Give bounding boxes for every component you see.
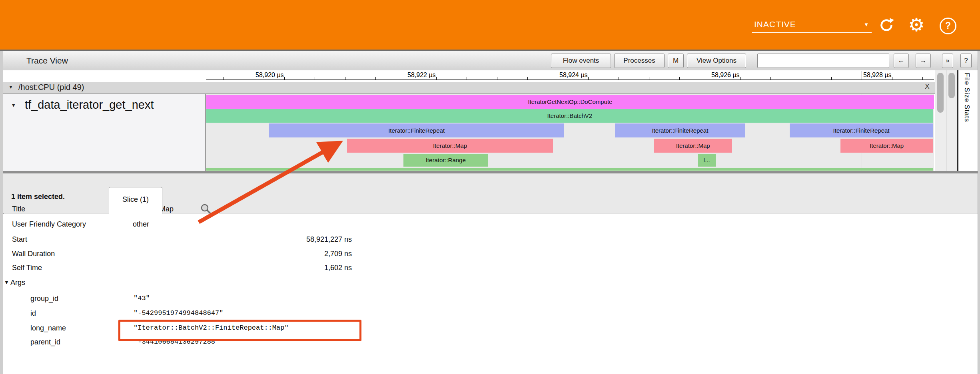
detail-label-self-time: Self Time [12, 264, 42, 272]
ruler-tick-label: 58,920 μs [255, 72, 284, 79]
help-icon[interactable]: ? [940, 18, 956, 34]
top-header-bar: INACTIVE ▼ ⚙ ? [0, 0, 980, 50]
trace-slice-iterator-map[interactable]: Iterator::Map [654, 139, 732, 153]
trace-slice-iterator-map[interactable]: Iterator::Map [840, 139, 933, 153]
chevron-down-icon: ▼ [864, 22, 869, 28]
status-dropdown[interactable]: INACTIVE ▼ [752, 17, 872, 33]
ruler-major-tick [254, 71, 254, 80]
refresh-icon[interactable] [878, 17, 895, 34]
trace-viewer-window: { "header": { "bg": "#f57c00", "status_v… [0, 0, 980, 374]
ruler-major-tick [406, 71, 406, 80]
ruler-tick-label: 58,926 μs [711, 72, 740, 79]
detail-label-title: Title [12, 205, 25, 213]
detail-value-user-friendly-category: other [133, 220, 149, 229]
pan-left-button[interactable]: ← [894, 54, 909, 68]
ruler-major-tick [558, 71, 558, 80]
arg-name-parent-id: parent_id [30, 338, 60, 346]
trace-slice-strip[interactable] [206, 168, 933, 171]
panel-title: Trace View [26, 56, 68, 66]
trace-slice-iterator-range[interactable]: Iterator::Range [403, 154, 488, 167]
ruler-baseline [206, 80, 934, 80]
gear-icon[interactable]: ⚙ [906, 14, 927, 35]
magnifier-icon[interactable] [200, 203, 212, 215]
trace-slice-iterator-finiterepeat[interactable]: Iterator::FiniteRepeat [269, 123, 564, 137]
process-label: /host:CPU (pid 49) [18, 83, 84, 92]
detail-value-self-time: 1,602 ns [324, 264, 352, 272]
ruler-major-tick [862, 71, 862, 80]
detail-value-wall-duration: 2,709 ns [324, 250, 352, 258]
scrollbar-thumb[interactable] [937, 73, 944, 113]
trace-slice-iterator-finiterepeat[interactable]: Iterator::FiniteRepeat [790, 123, 933, 137]
ruler-major-tick [710, 71, 710, 80]
detail-value-start: 58,921,227 ns [306, 235, 352, 244]
trace-slice-iteratorgetnextop-docompute[interactable]: IteratorGetNextOp::DoCompute [206, 95, 934, 109]
arg-value-group-id: "43" [134, 294, 150, 302]
trace-slice-i[interactable]: I... [698, 154, 716, 167]
collapse-triangle-icon[interactable]: ▾ [12, 101, 15, 109]
arg-name-long-name: long_name [30, 324, 66, 332]
toolbar-help-button[interactable]: ? [960, 54, 972, 68]
trace-slice-iterator-finiterepeat[interactable]: Iterator::FiniteRepeat [615, 123, 746, 137]
ruler-tick-label: 58,928 μs [863, 72, 892, 79]
side-panel-label: File Size Stats [963, 73, 971, 122]
close-icon[interactable]: X [923, 82, 932, 92]
arg-name-group-id: group_id [30, 294, 58, 303]
details-body [3, 214, 978, 374]
pan-right-button[interactable]: → [916, 54, 931, 68]
toolbar-button-flow-events[interactable]: Flow events [551, 54, 611, 68]
highlight-box-annotation [118, 320, 361, 341]
detail-label-user-friendly-category: User Friendly Category [12, 220, 86, 229]
more-tools-button[interactable]: » [942, 54, 953, 68]
detail-label-start: Start [12, 235, 27, 244]
status-dropdown-value: INACTIVE [754, 20, 796, 29]
scrollbar-thumb[interactable] [948, 73, 955, 98]
arg-value-id: "-5429951974994848647" [134, 309, 223, 317]
track-label: tf_data_iterator_get_next [25, 98, 154, 111]
detail-label-wall-duration: Wall Duration [12, 250, 55, 258]
args-collapse-triangle-icon[interactable]: ▼ [4, 279, 9, 285]
toolbar-button-processes[interactable]: Processes [614, 54, 665, 68]
args-section-label: Args [10, 279, 25, 287]
collapse-triangle-icon[interactable]: ▾ [10, 84, 12, 90]
tab-slice[interactable]: Slice (1) [109, 187, 162, 214]
selection-summary: 1 item selected. [11, 193, 65, 201]
arg-name-id: id [30, 309, 36, 318]
search-input[interactable] [757, 54, 889, 68]
process-row-host-cpu[interactable] [3, 82, 935, 94]
toolbar-button-view-options[interactable]: View Options [687, 54, 746, 68]
trace-canvas[interactable]: IteratorGetNextOp::DoComputeIterator::Ba… [206, 94, 934, 171]
time-ruler [3, 70, 935, 82]
ruler-tick-label: 58,922 μs [407, 72, 436, 79]
ruler-tick-label: 58,924 μs [559, 72, 588, 79]
window-right-border [978, 51, 980, 374]
trace-slice-iterator-batchv2[interactable]: Iterator::BatchV2 [206, 109, 933, 123]
toolbar-button-m[interactable]: M [668, 54, 684, 68]
trace-slice-iterator-map[interactable]: Iterator::Map [347, 139, 553, 153]
